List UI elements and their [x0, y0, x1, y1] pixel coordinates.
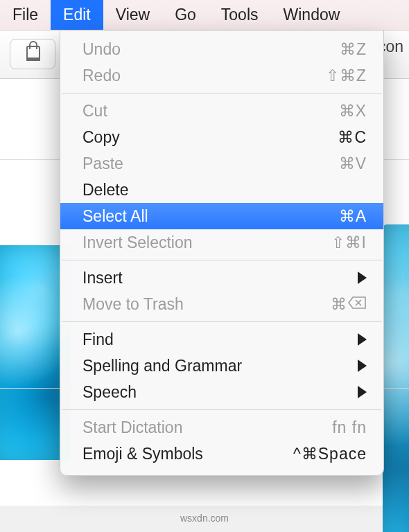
menubar-item-view[interactable]: View: [103, 0, 162, 30]
menu-item-cut: Cut⌘X: [60, 98, 383, 124]
submenu-arrow-icon: [358, 272, 367, 284]
menubar-item-label: View: [116, 6, 150, 24]
menubar-item-label: Tools: [221, 6, 259, 24]
menu-item-shortcut: ⌘C: [338, 128, 367, 147]
menu-item-shortcut: ^⌘Space: [293, 445, 367, 463]
menu-item-start-dictation: Start Dictationfn fn: [60, 414, 383, 441]
menu-item-label: Copy: [82, 128, 338, 147]
menu-item-select-all[interactable]: Select All⌘A: [60, 203, 383, 229]
menubar-item-label: Edit: [63, 6, 91, 24]
menubar-item-file[interactable]: File: [0, 0, 51, 30]
menu-item-label: Emoji & Symbols: [82, 445, 293, 463]
thumbnail-right: [383, 224, 409, 532]
menu-item-shortcut: ⌘V: [339, 154, 367, 173]
menu-item-invert-selection: Invert Selection⇧⌘I: [60, 229, 383, 256]
menubar-item-edit[interactable]: Edit: [51, 0, 103, 30]
menu-item-shortcut: ⇧⌘Z: [326, 66, 367, 85]
menu-item-spelling-grammar[interactable]: Spelling and Grammar: [60, 353, 383, 379]
submenu-arrow-icon: [358, 333, 367, 346]
share-icon: [26, 46, 40, 61]
menu-item-redo: Redo⇧⌘Z: [60, 62, 383, 89]
menubar-item-go[interactable]: Go: [162, 0, 209, 30]
menu-item-speech[interactable]: Speech: [60, 379, 383, 405]
menu-separator: [62, 93, 382, 94]
menu-item-shortcut: ⌘X: [339, 102, 367, 121]
menu-item-label: Move to Trash: [82, 295, 331, 314]
menu-item-shortcut: ⌘Z: [340, 40, 367, 59]
menu-item-label: Select All: [82, 207, 339, 226]
menubar-item-label: Window: [284, 6, 340, 24]
menu-item-shortcut: ⌘: [331, 295, 367, 314]
menu-item-label: Spelling and Grammar: [82, 357, 358, 375]
edit-menu-dropdown: Undo⌘ZRedo⇧⌘ZCut⌘XCopy⌘CPaste⌘VDeleteSel…: [60, 30, 384, 476]
menu-item-label: Paste: [82, 154, 339, 173]
menu-item-label: Cut: [82, 102, 339, 121]
menu-item-copy[interactable]: Copy⌘C: [60, 124, 383, 150]
delete-key-icon: [347, 296, 367, 310]
menu-item-move-to-trash: Move to Trash⌘: [60, 291, 383, 317]
menu-item-shortcut: ⌘A: [339, 207, 367, 226]
menu-separator: [62, 260, 382, 260]
submenu-arrow-icon: [358, 360, 367, 372]
menu-item-label: Delete: [82, 181, 367, 200]
menu-item-emoji-symbols[interactable]: Emoji & Symbols^⌘Space: [60, 441, 383, 467]
menu-item-label: Start Dictation: [82, 418, 332, 437]
menubar-item-label: File: [12, 6, 38, 24]
menu-item-label: Speech: [82, 383, 358, 402]
menu-item-find[interactable]: Find: [60, 326, 383, 353]
menu-item-label: Redo: [82, 66, 326, 85]
menubar: FileEditViewGoToolsWindow: [0, 0, 409, 30]
menu-item-shortcut: fn fn: [332, 418, 367, 437]
menu-item-delete[interactable]: Delete: [60, 177, 383, 203]
menu-separator: [62, 321, 382, 322]
menubar-item-label: Go: [175, 6, 196, 24]
menu-item-label: Undo: [82, 40, 340, 59]
menu-item-paste: Paste⌘V: [60, 150, 383, 177]
submenu-arrow-icon: [358, 386, 367, 398]
menu-separator: [62, 409, 382, 410]
menubar-item-window[interactable]: Window: [271, 0, 353, 30]
menubar-item-tools[interactable]: Tools: [209, 0, 271, 30]
menu-item-label: Find: [82, 330, 358, 349]
menu-item-shortcut: ⇧⌘I: [331, 233, 367, 252]
menu-item-label: Invert Selection: [82, 233, 331, 252]
menu-item-label: Insert: [82, 269, 358, 287]
watermark-text: wsxdn.com: [0, 513, 409, 524]
menu-item-insert[interactable]: Insert: [60, 265, 383, 291]
menu-item-undo: Undo⌘Z: [60, 36, 383, 62]
